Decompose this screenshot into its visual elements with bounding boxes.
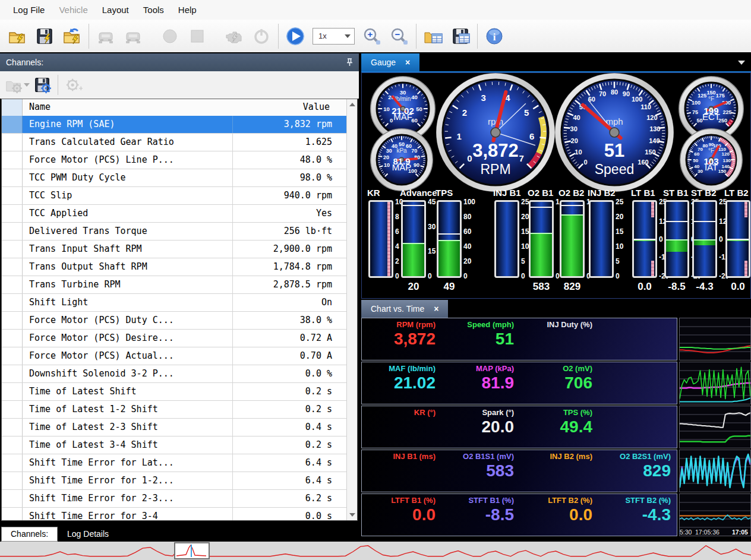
table-row[interactable]: Shift Time Error for Lat...6.4 s — [2, 454, 348, 472]
chevron-down-icon[interactable] — [738, 61, 745, 65]
chart-sparkline — [679, 318, 751, 360]
time-label: 17:05:36 — [695, 529, 720, 536]
channel-name: Shift Light — [29, 297, 88, 308]
channel-name: Force Motor (PCS) Line P... — [29, 154, 174, 165]
bar-gauge-st-b1-label: ST B1 — [663, 188, 689, 198]
column-header-name[interactable]: Name — [29, 102, 51, 112]
table-row[interactable]: TCC AppliedYes — [2, 205, 348, 223]
bar-scale-label: 40 — [463, 242, 478, 251]
table-row[interactable]: TCC PWM Duty Cycle98.0 % — [2, 169, 348, 187]
menu-tools[interactable]: Tools — [136, 1, 171, 18]
table-row[interactable]: Trans Input Shaft RPM2,900.0 rpm — [2, 241, 348, 258]
zoom-in-button[interactable]: + — [358, 22, 386, 50]
table-row[interactable]: Trans Turbine RPM2,878.5 rpm — [2, 276, 348, 294]
bar-fill — [561, 214, 583, 276]
table-row[interactable]: Delivered Trans Torque256 lb·ft — [2, 223, 348, 241]
table-row[interactable]: Force Motor (PCS) Line P...48.0 % — [2, 151, 348, 169]
table-row[interactable]: Shift LightOn — [2, 294, 348, 312]
table-row[interactable]: Force Motor (PCS) Actual...0.70 A — [2, 347, 348, 365]
time-label: 5:30 — [680, 529, 692, 536]
bar-gauge-o2-b1-label: O2 B1 — [528, 188, 553, 198]
table-row[interactable]: Trans Calculated Gear Ratio1.625 — [2, 134, 348, 151]
table-row[interactable]: Time of Latest 3-4 Shift0.2 s — [2, 436, 348, 454]
peak-marker — [727, 239, 749, 240]
stop-button[interactable] — [184, 22, 211, 50]
overview-selection-box[interactable] — [174, 542, 209, 559]
table-row[interactable]: Force Motor (PCS) Duty C...38.0 % — [2, 312, 348, 330]
table-row[interactable]: Shift Time Error for 3-40.0 s — [2, 508, 348, 521]
channel-name: Time of Latest Shift — [29, 386, 137, 397]
toolbar-separator — [89, 24, 89, 49]
chart-channel: KR (°) — [362, 406, 440, 448]
power-button[interactable] — [248, 22, 275, 50]
reread-log-button[interactable] — [58, 22, 86, 50]
tab-gauge[interactable]: Gauge × — [361, 53, 419, 71]
tab-log-details[interactable]: Log Details — [58, 527, 118, 542]
channel-config-button[interactable] — [5, 73, 30, 97]
scroll-up-icon[interactable] — [349, 103, 355, 106]
tab-chart-vs-time[interactable]: Chart vs. Time × — [361, 300, 448, 318]
tab-channels[interactable]: Channels: — [1, 527, 58, 542]
close-icon[interactable]: × — [405, 58, 410, 67]
open-log-button[interactable] — [4, 22, 31, 50]
chart-row-values: INJ B1 (ms)O2 B1S1 (mV)583INJ B2 (ms)O2 … — [361, 450, 677, 492]
chart-channel-label: TPS (%) — [563, 408, 592, 417]
table-row[interactable]: Trans Output Shaft RPM1,784.8 rpm — [2, 258, 348, 276]
channel-name: TCC Applied — [29, 208, 88, 219]
open-layout-button[interactable] — [419, 22, 447, 50]
open-layout-icon — [424, 27, 443, 46]
save-channels-icon — [33, 76, 51, 94]
table-row[interactable]: Time of Latest Shift0.2 s — [2, 383, 348, 401]
bar-gauge-o2-b2-label: O2 B2 — [558, 188, 584, 198]
svg-text:120: 120 — [722, 151, 730, 157]
overview-waveform — [0, 542, 751, 560]
channels-panel-title: Channels: — [6, 58, 43, 67]
column-header-value[interactable]: Value — [303, 102, 330, 112]
column-divider — [232, 419, 233, 436]
vehicle-connect-button[interactable] — [119, 22, 147, 50]
log-overview-strip[interactable] — [0, 542, 751, 560]
vehicle-read-button[interactable] — [92, 22, 119, 50]
peak-marker — [403, 205, 424, 206]
table-row[interactable]: Shift Time Error for 1-2...6.4 s — [2, 472, 348, 490]
channels-scrollbar[interactable] — [346, 99, 357, 520]
table-row[interactable]: Shift Time Error for 2-3...6.2 s — [2, 490, 348, 508]
save-log-button[interactable] — [31, 22, 58, 50]
svg-text:70: 70 — [599, 90, 606, 97]
table-row[interactable]: Engine RPM (SAE)3,832 rpm — [2, 116, 348, 134]
column-divider — [232, 383, 233, 400]
scroll-down-icon[interactable] — [349, 513, 355, 517]
svg-text:75: 75 — [692, 109, 698, 115]
close-icon[interactable]: × — [434, 304, 438, 314]
table-row[interactable]: TCC Slip940.0 rpm — [2, 187, 348, 205]
bar-gauge-st-b2-label: ST B2 — [691, 188, 717, 198]
save-channels-button[interactable] — [30, 73, 55, 97]
pin-icon[interactable] — [346, 58, 353, 68]
table-row[interactable]: Time of Latest 1-2 Shift0.2 s — [2, 401, 348, 419]
record-button[interactable] — [156, 22, 184, 50]
playback-speed-select[interactable]: 1x — [313, 28, 355, 45]
bar-gauge-lt-b1-label: LT B1 — [631, 188, 655, 198]
save-log-icon — [35, 27, 54, 46]
svg-text:0: 0 — [390, 117, 393, 124]
table-row[interactable]: Downshift Solenoid 3-2 P...0.0 % — [2, 365, 348, 383]
engine-test-button[interactable] — [220, 22, 248, 50]
bar-gauge-inj-b1 — [494, 200, 519, 278]
menu-help[interactable]: Help — [171, 1, 204, 18]
svg-text:MAP: MAP — [392, 162, 412, 172]
zoom-out-button[interactable]: − — [386, 22, 413, 50]
peak-marker — [666, 221, 687, 222]
info-button[interactable]: i — [481, 22, 508, 50]
menu-log-file[interactable]: Log File — [6, 1, 52, 18]
table-row[interactable]: Force Motor (PCS) Desire...0.72 A — [2, 330, 348, 347]
warning-strip — [744, 202, 747, 217]
chart-channel-label: INJ B2 (ms) — [550, 452, 592, 461]
menu-layout[interactable]: Layout — [95, 1, 136, 18]
play-button[interactable] — [282, 22, 309, 50]
table-row[interactable]: Time of Latest 2-3 Shift0.4 s — [2, 419, 348, 436]
column-divider — [232, 276, 233, 293]
save-layout-button[interactable] — [447, 22, 474, 50]
chart-channel-value: 0.0 — [412, 505, 436, 524]
add-channel-button[interactable]: + — [61, 73, 86, 97]
column-divider — [232, 223, 233, 240]
